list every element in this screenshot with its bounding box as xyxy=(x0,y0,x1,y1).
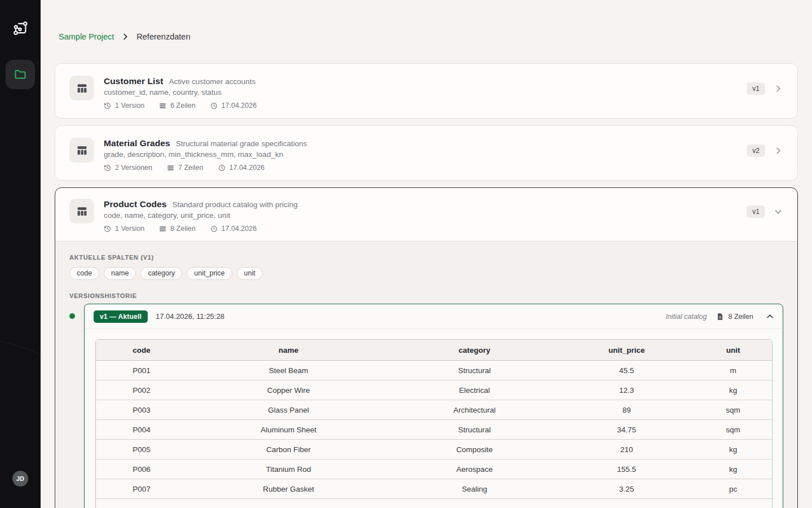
table-column-header: unit_price xyxy=(559,340,694,361)
history-icon xyxy=(104,225,111,233)
card-date: 17.04.2026 xyxy=(222,225,257,233)
app-logo[interactable] xyxy=(9,17,32,40)
clock-icon xyxy=(218,164,226,172)
table-icon xyxy=(69,138,94,163)
table-cell: 210 xyxy=(559,440,694,459)
column-chip: unit xyxy=(237,267,263,280)
breadcrumb: Sample Project Referenzdaten xyxy=(59,29,798,43)
table-cell: Structural xyxy=(390,420,559,440)
dataset-card-customer-list[interactable]: Customer List Active customer accounts c… xyxy=(55,63,798,119)
version-data-table: codenamecategoryunit_priceunit P001Steel… xyxy=(95,339,773,508)
table-icon xyxy=(69,199,94,224)
table-cell: sqm xyxy=(694,400,772,420)
table-row: P004Aluminum SheetStructural34.75sqm xyxy=(96,420,772,440)
table-cell: 89 xyxy=(559,400,694,420)
card-columns-line: grade, description, min_thickness_mm, ma… xyxy=(104,150,740,159)
table-row: P001Steel BeamStructural45.5m xyxy=(96,361,772,380)
card-subtitle: Standard product catalog with pricing xyxy=(173,200,298,209)
chevron-right-icon[interactable] xyxy=(774,84,783,93)
table-cell: P001 xyxy=(96,361,187,380)
table-cell: Copper Wire xyxy=(187,380,390,400)
expanded-panel: AKTUELLE SPALTEN (V1) codenamecategoryun… xyxy=(55,241,797,508)
table-cell: 12.3 xyxy=(559,380,694,400)
table-row: P005Carbon FiberComposite210kg xyxy=(96,440,772,459)
table-row: P002Copper WireElectrical12.3kg xyxy=(96,380,772,400)
chevron-down-icon[interactable] xyxy=(774,207,783,216)
table-cell: 155.5 xyxy=(559,459,694,479)
breadcrumb-current: Referenzdaten xyxy=(136,32,190,41)
table-cell: Titanium Rod xyxy=(187,459,390,479)
column-chip: code xyxy=(69,267,99,280)
rows-icon xyxy=(159,225,166,233)
table-cell: Architectural xyxy=(390,400,559,420)
card-columns-line: customer_id, name, country, status xyxy=(104,88,740,97)
version-table-wrap: codenamecategoryunit_priceunit P001Steel… xyxy=(85,329,783,508)
table-cell: Sealing xyxy=(390,479,559,499)
chevron-right-icon xyxy=(121,33,129,41)
table-cell: m xyxy=(694,361,772,380)
table-cell: 45.5 xyxy=(559,361,694,380)
timeline-dot xyxy=(69,313,75,319)
card-title: Material Grades xyxy=(104,138,170,148)
version-badge: v2 xyxy=(747,144,765,157)
table-cell: kg xyxy=(694,440,772,459)
version-badge: v1 xyxy=(747,205,765,218)
chevron-right-icon[interactable] xyxy=(774,146,783,155)
card-subtitle: Structural material grade specifications xyxy=(176,139,307,148)
folder-icon xyxy=(14,68,27,81)
table-row: P003Glass PanelArchitectural89sqm xyxy=(96,400,772,420)
table-cell: Electrical xyxy=(390,380,559,400)
dataset-card-header[interactable]: Product Codes Standard product catalog w… xyxy=(55,188,797,241)
version-card-header[interactable]: v1 — Aktuell 17.04.2026, 11:25:28 Initia… xyxy=(85,304,783,329)
dataset-card-material-grades[interactable]: Material Grades Structural material grad… xyxy=(55,125,798,181)
row-count: 6 Zeilen xyxy=(170,102,195,110)
card-subtitle: Active customer accounts xyxy=(169,77,256,86)
column-chip-list: codenamecategoryunit_priceunit xyxy=(69,267,783,280)
card-date: 17.04.2026 xyxy=(230,164,265,172)
sidebar-item-projects[interactable] xyxy=(6,60,35,89)
row-count: 8 Zeilen xyxy=(170,225,195,233)
version-row-count: 8 Zeilen xyxy=(729,313,753,321)
version-count: 1 Version xyxy=(115,102,144,110)
breadcrumb-project-link[interactable]: Sample Project xyxy=(59,32,114,41)
version-note: Initial catalog xyxy=(666,313,707,321)
table-cell: Aluminum Sheet xyxy=(187,420,390,440)
table-header-row: codenamecategoryunit_priceunit xyxy=(96,340,772,361)
version-timeline: v1 — Aktuell 17.04.2026, 11:25:28 Initia… xyxy=(69,304,783,508)
table-cell: Rubber Gasket xyxy=(187,479,390,499)
table-cell: Aerospace xyxy=(390,459,559,479)
dataset-card-list: Customer List Active customer accounts c… xyxy=(55,63,798,508)
table-row: P007Rubber GasketSealing3.25pc xyxy=(96,479,772,499)
column-chip: name xyxy=(104,267,136,280)
row-count: 7 Zeilen xyxy=(178,164,203,172)
history-icon xyxy=(104,164,111,172)
table-column-header: code xyxy=(96,340,187,361)
card-title: Customer List xyxy=(104,76,164,86)
version-badge: v1 xyxy=(747,82,765,95)
version-count: 1 Version xyxy=(115,225,144,233)
table-cell: Glass Panel xyxy=(187,400,390,420)
document-icon xyxy=(716,313,724,321)
table-cell: kg xyxy=(694,459,772,479)
table-row-partial xyxy=(96,499,772,508)
table-cell: pc xyxy=(694,479,772,499)
table-cell: Composite xyxy=(390,440,559,459)
sidebar: JD xyxy=(0,0,41,508)
version-count: 2 Versionen xyxy=(115,164,152,172)
table-column-header: name xyxy=(187,340,390,361)
main-content: Sample Project Referenzdaten Customer Li… xyxy=(41,0,812,508)
card-columns-line: code, name, category, unit_price, unit xyxy=(104,211,740,220)
table-icon xyxy=(69,76,94,100)
dataset-card-product-codes: Product Codes Standard product catalog w… xyxy=(55,187,798,508)
rows-icon xyxy=(167,164,174,172)
chevron-up-icon[interactable] xyxy=(766,312,774,321)
table-cell: Structural xyxy=(390,361,559,380)
table-column-header: unit xyxy=(694,340,772,361)
table-cell: kg xyxy=(694,380,772,400)
user-avatar[interactable]: JD xyxy=(12,471,28,487)
table-row: P006Titanium RodAerospace155.5kg xyxy=(96,459,772,479)
table-cell: P002 xyxy=(96,380,187,400)
version-timestamp: 17.04.2026, 11:25:28 xyxy=(156,312,224,321)
table-cell: P003 xyxy=(96,400,187,420)
rows-icon xyxy=(159,102,166,110)
